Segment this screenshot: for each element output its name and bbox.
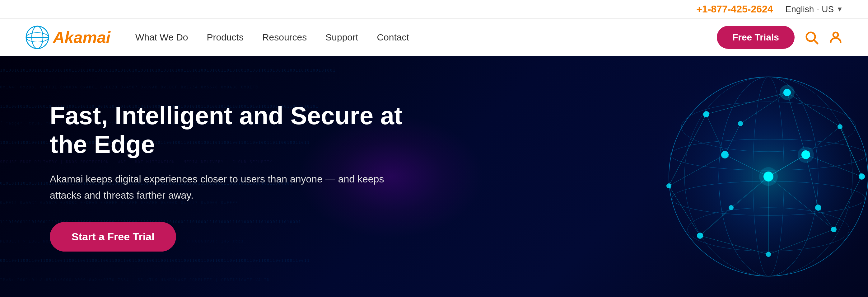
hero-content: Fast, Intelligent and Secure at the Edge… [0,101,467,251]
nav-links: What We Do Products Resources Support Co… [135,32,717,43]
svg-point-47 [666,183,671,188]
phone-number[interactable]: +1-877-425-2624 [696,3,773,15]
language-selector[interactable]: English - US ▼ [785,4,843,14]
svg-line-5 [814,40,817,43]
user-account-button[interactable] [828,30,843,45]
hero-title: Fast, Intelligent and Secure at the Edge [50,101,417,159]
header: +1-877-425-2624 English - US ▼ Akamai [0,0,868,56]
logo-text: Akamai [53,28,111,47]
search-icon [804,30,819,45]
nav-link-support[interactable]: Support [326,32,358,43]
start-free-trial-button[interactable]: Start a Free Trial [50,222,176,251]
svg-point-50 [721,151,728,158]
hero-section: 1010010101001101010010100110101001010011… [0,56,868,297]
nav-bar: Akamai What We Do Products Resources Sup… [0,19,868,56]
nav-link-contact[interactable]: Contact [377,32,409,43]
page-wrapper: +1-877-425-2624 English - US ▼ Akamai [0,0,868,297]
hero-description: Akamai keeps digital experiences closer … [50,171,392,203]
svg-point-54 [780,85,795,100]
svg-point-55 [759,167,778,186]
hero-globe-graphic [607,56,868,297]
svg-point-51 [738,121,743,126]
svg-point-52 [815,205,822,211]
svg-point-56 [798,147,814,163]
user-icon [828,30,843,45]
svg-point-46 [697,233,703,239]
svg-point-45 [766,252,771,257]
search-button[interactable] [804,30,819,45]
chevron-down-icon: ▼ [836,5,843,13]
svg-point-53 [728,205,734,210]
nav-link-resources[interactable]: Resources [262,32,307,43]
nav-link-products[interactable]: Products [207,32,244,43]
free-trials-button[interactable]: Free Trials [717,26,795,49]
nav-actions: Free Trials [717,26,843,49]
language-label: English - US [785,4,834,14]
nav-link-what-we-do[interactable]: What We Do [135,32,188,43]
svg-point-6 [833,32,838,37]
svg-point-44 [831,227,837,232]
svg-point-42 [838,124,842,129]
top-bar: +1-877-425-2624 English - US ▼ [0,0,868,19]
akamai-logo-icon [25,25,50,50]
svg-point-43 [859,173,865,180]
logo-area[interactable]: Akamai [25,25,111,50]
svg-point-40 [703,111,709,117]
